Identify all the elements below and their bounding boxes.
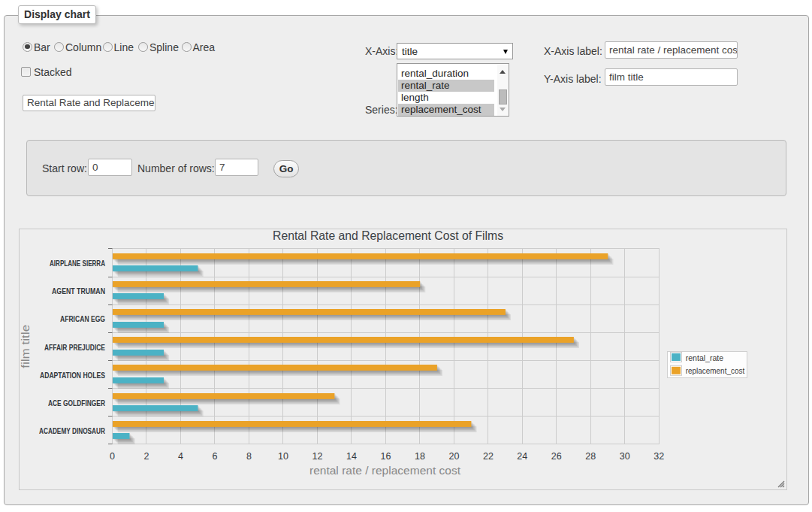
svg-text:ADAPTATION HOLES: ADAPTATION HOLES [40, 371, 105, 380]
svg-text:22: 22 [483, 451, 494, 462]
svg-text:20: 20 [448, 451, 459, 462]
svg-text:12: 12 [312, 451, 322, 462]
svg-text:30: 30 [620, 451, 630, 462]
svg-text:14: 14 [346, 451, 357, 462]
svg-text:28: 28 [585, 451, 596, 462]
svg-text:4: 4 [178, 451, 183, 462]
svg-text:AGENT TRUMAN: AGENT TRUMAN [52, 286, 105, 295]
svg-text:replacement_cost: replacement_cost [686, 366, 745, 375]
svg-text:26: 26 [551, 451, 562, 462]
svg-text:6: 6 [213, 451, 218, 462]
svg-text:18: 18 [415, 451, 425, 462]
svg-text:2: 2 [144, 451, 149, 462]
svg-text:16: 16 [380, 451, 391, 462]
svg-text:32: 32 [654, 451, 664, 462]
svg-text:ACADEMY DINOSAUR: ACADEMY DINOSAUR [39, 426, 105, 435]
svg-text:8: 8 [246, 451, 252, 462]
svg-text:10: 10 [278, 451, 288, 462]
svg-text:24: 24 [517, 451, 527, 462]
svg-text:AIRPLANE SIERRA: AIRPLANE SIERRA [50, 259, 105, 268]
svg-text:film title: film title [19, 325, 32, 368]
svg-text:Rental Rate and Replacement Co: Rental Rate and Replacement Cost of Film… [273, 229, 503, 242]
svg-text:0: 0 [110, 451, 115, 462]
svg-text:rental_rate: rental_rate [686, 353, 724, 362]
svg-text:ACE GOLDFINGER: ACE GOLDFINGER [48, 398, 105, 407]
svg-text:AFFAIR PREJUDICE: AFFAIR PREJUDICE [44, 343, 105, 352]
svg-text:rental rate / replacement cost: rental rate / replacement cost [309, 464, 461, 477]
svg-text:AFRICAN EGG: AFRICAN EGG [60, 314, 105, 323]
